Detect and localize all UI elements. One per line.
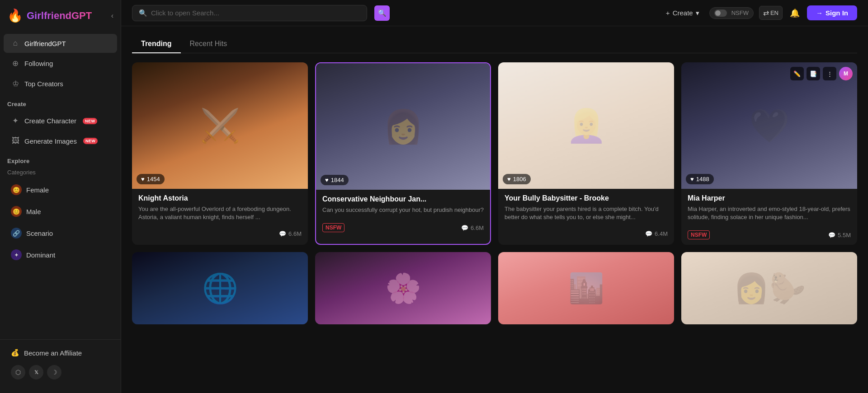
- explore-section-title: Explore: [0, 151, 121, 167]
- topbar: 🔍 Click to open Search... 🔍 + Create ▾ N…: [121, 0, 868, 26]
- cards-grid: ⚔️ ♥ 1454 Knight Astoria You are the all…: [132, 62, 857, 324]
- nsfw-toggle[interactable]: NSFW: [709, 7, 754, 19]
- sidebar-item-dominant[interactable]: ✦ Dominant: [4, 244, 117, 265]
- card-image-globe: 🌐: [132, 252, 308, 324]
- sidebar-nav: ⌂ GirlfriendGPT ⊕ Following ♔ Top Creato…: [0, 31, 121, 339]
- sidebar-bottom: 💰 Become an Affiliate ⬡ 𝕏 ☽: [0, 339, 121, 388]
- sidebar-item-generate-images[interactable]: 🖼 Generate Images NEW: [4, 131, 117, 150]
- card-image-city: 🏙️: [498, 252, 674, 324]
- dominant-icon: ✦: [11, 249, 22, 260]
- lang-label: EN: [770, 9, 778, 16]
- card-image-knight: ⚔️ ♥ 1454: [132, 62, 308, 189]
- heart-icon: ♥: [690, 176, 694, 182]
- main-area: 🔍 Click to open Search... 🔍 + Create ▾ N…: [121, 0, 868, 393]
- categories-label: Categories: [0, 167, 121, 178]
- card-footer-neighbour: NSFW 💬 6.6M: [316, 220, 490, 238]
- card-city-girl[interactable]: 🏙️: [498, 252, 674, 324]
- logo[interactable]: 🔥 GirlfriendGPT ‹: [0, 0, 121, 31]
- chat-count-babysitter: 💬 6.4M: [645, 230, 668, 237]
- sidebar-item-male-label: Male: [26, 208, 41, 215]
- sidebar-item-scenario-label: Scenario: [26, 229, 53, 237]
- app-name: GirlfriendGPT: [27, 10, 92, 22]
- card-title-knight: Knight Astoria: [138, 194, 302, 202]
- card-body-babysitter: Your Bully Babysitter - Brooke The babys…: [498, 189, 674, 227]
- card-globe[interactable]: 🌐: [132, 252, 308, 324]
- search-button[interactable]: 🔍: [374, 5, 390, 21]
- chat-bubble-icon: 💬: [645, 230, 652, 237]
- more-action-button[interactable]: ⋮: [823, 67, 836, 80]
- card-desc-mia: Mia Harper, an introverted and emo-style…: [688, 205, 851, 221]
- card-avatar: M: [839, 67, 853, 80]
- chat-count-knight: 💬 6.6M: [279, 230, 302, 237]
- top-creators-icon: ♔: [11, 79, 20, 89]
- card-body-neighbour: Conservative Neighbour Jan... Can you su…: [316, 190, 490, 220]
- sidebar: 🔥 GirlfriendGPT ‹ ⌂ GirlfriendGPT ⊕ Foll…: [0, 0, 121, 393]
- language-button[interactable]: ⇄ EN: [759, 6, 783, 20]
- generate-images-badge: NEW: [83, 138, 98, 144]
- notifications-button[interactable]: 🔔: [788, 6, 802, 20]
- affiliate-label: Become an Affiliate: [24, 349, 82, 357]
- sidebar-item-top-creators[interactable]: ♔ Top Creators: [4, 74, 117, 94]
- dark-mode-button[interactable]: ☽: [47, 365, 61, 379]
- card-knight-astoria[interactable]: ⚔️ ♥ 1454 Knight Astoria You are the all…: [132, 62, 308, 245]
- discord-icon: ⬡: [15, 369, 21, 376]
- heart-icon: ♥: [507, 176, 511, 182]
- sidebar-item-generate-images-label: Generate Images: [24, 137, 77, 145]
- card-anime-girl[interactable]: 🌸: [315, 252, 491, 324]
- sidebar-item-scenario[interactable]: 🔗 Scenario: [4, 223, 117, 243]
- sidebar-item-home-label: GirlfriendGPT: [24, 40, 66, 47]
- card-mia-harper[interactable]: 🖤 ♥ 1488 ✏️ 📑 ⋮ M Mia Harper Mia Harper,…: [681, 62, 857, 245]
- discord-button[interactable]: ⬡: [11, 365, 25, 379]
- sidebar-item-home[interactable]: ⌂ GirlfriendGPT: [4, 34, 117, 53]
- card-title-neighbour: Conservative Neighbour Jan...: [322, 195, 484, 203]
- create-character-badge: NEW: [83, 118, 97, 124]
- sidebar-item-male[interactable]: 😊 Male: [4, 201, 117, 222]
- card-actions-mia: ✏️ 📑 ⋮ M: [790, 67, 853, 80]
- tabs: Trending Recent Hits: [132, 35, 857, 53]
- card-image-anime: 🌸: [315, 252, 491, 324]
- sidebar-item-top-creators-label: Top Creators: [24, 80, 63, 88]
- sidebar-item-female[interactable]: 😊 Female: [4, 179, 117, 200]
- card-image-babysitter: 👱‍♀️ ♥ 1806: [498, 62, 674, 189]
- create-button[interactable]: + Create ▾: [661, 6, 704, 20]
- card-image-brunette: 👩‍🦫: [681, 252, 857, 324]
- save-action-button[interactable]: 📑: [807, 67, 820, 80]
- card-footer-knight: — 💬 6.6M: [132, 227, 308, 243]
- moon-icon: ☽: [52, 369, 57, 376]
- lang-translate-icon: ⇄: [763, 9, 769, 17]
- sidebar-item-following[interactable]: ⊕ Following: [4, 54, 117, 73]
- content-area: Trending Recent Hits ⚔️ ♥ 1454 Knight As…: [121, 26, 868, 393]
- signin-button[interactable]: → Sign In: [807, 5, 857, 20]
- card-title-babysitter: Your Bully Babysitter - Brooke: [505, 194, 668, 202]
- chat-bubble-icon: 💬: [279, 230, 286, 237]
- male-icon: 😊: [11, 206, 22, 217]
- signin-label: Sign In: [826, 9, 848, 17]
- search-placeholder: Click to open Search...: [151, 9, 219, 17]
- card-footer-mia: NSFW 💬 5.5M: [681, 227, 857, 245]
- collapse-icon[interactable]: ‹: [111, 12, 113, 20]
- twitter-button[interactable]: 𝕏: [29, 365, 43, 379]
- tab-recent-hits[interactable]: Recent Hits: [181, 35, 236, 53]
- card-desc-neighbour: Can you successfully corrupt your hot, b…: [322, 206, 484, 214]
- card-brunette-girl[interactable]: 👩‍🦫: [681, 252, 857, 324]
- chat-bubble-icon: 💬: [461, 225, 468, 231]
- card-likes-babysitter: ♥ 1806: [503, 174, 531, 184]
- card-likes-knight: ♥ 1454: [137, 174, 165, 184]
- card-desc-babysitter: The babysitter your parents hired is a c…: [505, 205, 668, 221]
- search-bar[interactable]: 🔍 Click to open Search...: [132, 5, 367, 21]
- affiliate-button[interactable]: 💰 Become an Affiliate: [4, 344, 117, 361]
- heart-icon: ♥: [141, 176, 145, 182]
- nsfw-tag-mia: NSFW: [688, 230, 710, 239]
- logo-flame-icon: 🔥: [7, 8, 23, 23]
- chat-count-neighbour: 💬 6.6M: [461, 225, 484, 231]
- edit-action-button[interactable]: ✏️: [790, 67, 804, 80]
- heart-icon: ♥: [325, 177, 329, 183]
- card-body-knight: Knight Astoria You are the all-powerful …: [132, 189, 308, 227]
- sidebar-item-create-character[interactable]: ✦ Create Character NEW: [4, 111, 117, 131]
- card-image-mia: 🖤 ♥ 1488 ✏️ 📑 ⋮ M: [681, 62, 857, 189]
- nsfw-tag-neighbour: NSFW: [322, 223, 344, 232]
- generate-images-icon: 🖼: [11, 136, 20, 145]
- card-bully-babysitter[interactable]: 👱‍♀️ ♥ 1806 Your Bully Babysitter - Broo…: [498, 62, 674, 245]
- tab-trending[interactable]: Trending: [132, 35, 181, 53]
- card-conservative-neighbour[interactable]: 👩 ♥ 1844 Conservative Neighbour Jan... C…: [315, 62, 491, 245]
